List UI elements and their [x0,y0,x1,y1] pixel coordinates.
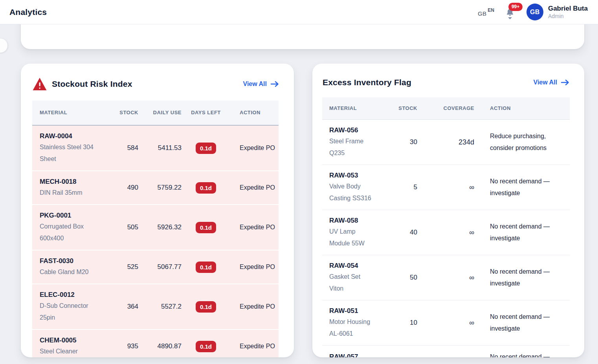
stock-value: 490 [101,171,138,205]
material-code: PKG-0001 [40,210,101,221]
material-code: MECH-0018 [40,177,101,187]
material-code: CHEM-0005 [40,335,101,346]
days-left-badge: 0.1d [196,222,216,233]
material-cell: RAW-054 Gasket Set Viton [322,255,374,300]
stockout-table: MATERIAL STOCK DAILY USE DAYS LEFT ACTIO… [32,101,279,357]
user-role: Admin [548,13,588,20]
stock-value: 10 [374,300,417,346]
view-all-label: View All [534,79,557,86]
material-code: RAW-056 [329,125,374,135]
material-description: Motor Housing AL-6061 [329,316,374,340]
stockout-view-all-link[interactable]: View All [243,80,279,88]
action-text: Expedite PO [225,125,279,171]
coverage-value: ∞ [417,300,474,346]
material-description: DIN Rail 35mm [40,187,101,199]
stock-value: 50 [374,255,417,300]
column-header-action: ACTION [225,101,279,125]
column-header-stock: STOCK [101,101,138,125]
language-code-label: EN [488,7,494,13]
days-left-badge: 0.1d [196,262,216,273]
days-left-cell: 0.1d [182,205,225,250]
material-code: RAW-054 [329,261,374,271]
coverage-value: ∞ [417,255,474,300]
days-left-badge: 0.1d [196,341,216,352]
material-description: Corrugated Box 600x400 [40,221,101,244]
material-cell: RAW-056 Steel Frame Q235 [322,120,374,165]
days-left-badge: 0.1d [196,301,216,313]
material-cell: MECH-0018 DIN Rail 35mm [32,171,101,205]
action-text: Expedite PO [225,284,279,329]
material-description: UV Lamp Module 55W [329,226,374,249]
stockout-table-head: MATERIAL STOCK DAILY USE DAYS LEFT ACTIO… [32,101,279,125]
table-row: RAW-054 Gasket Set Viton 50 ∞ No recent … [322,255,570,300]
top-bar: Analytics GB EN 99+ GB Gabriel Buta Admi… [0,0,598,24]
material-cell: FAST-0030 Cable Gland M20 [32,250,101,284]
material-description: Steel Cleaner [40,346,101,357]
action-text: No recent demand — investigate [474,255,570,300]
table-row: RAW-058 UV Lamp Module 55W 40 ∞ No recen… [322,210,570,255]
stock-value: 525 [101,250,138,284]
material-description: Valve Body Casting SS316 [329,181,374,204]
column-header-action: ACTION [474,97,570,120]
page-title: Analytics [9,7,47,17]
column-header-stock: STOCK [374,97,417,120]
material-description: Cable Gland M20 [40,266,101,278]
action-text: No recent demand — investigate [474,210,570,255]
days-left-cell: 0.1d [182,284,225,329]
material-cell: RAW-051 Motor Housing AL-6061 [322,300,374,346]
stock-value: 5 [374,165,417,210]
material-cell: RAW-058 UV Lamp Module 55W [322,210,374,255]
daily-use-value: 5527.2 [138,284,182,329]
arrow-right-icon [561,79,569,86]
days-left-badge: 0.1d [196,143,216,154]
stock-value: 40 [374,210,417,255]
stockout-risk-card: Stockout Risk Index View All MATERIAL ST… [21,64,294,357]
excess-inventory-card: Excess Inventory Flag View All MATERIAL … [312,64,584,357]
user-name: Gabriel Buta [548,4,588,13]
excess-card-title: Excess Inventory Flag [323,78,534,87]
material-cell: RAW-0004 Stainless Steel 304 Sheet [32,125,101,171]
excess-view-all-link[interactable]: View All [534,79,569,86]
excess-table-head: MATERIAL STOCK COVERAGE ACTION [322,97,570,120]
column-header-days-left: DAYS LEFT [182,101,225,125]
stock-value: 505 [101,205,138,250]
excess-table-body: RAW-056 Steel Frame Q235 30 234d Reduce … [322,120,570,358]
table-row: ELEC-0012 D-Sub Connector 25pin 364 5527… [32,284,279,329]
avatar: GB [526,4,543,20]
warning-triangle-icon [33,78,47,90]
table-row: FAST-0030 Cable Gland M20 525 5067.77 0.… [32,250,279,284]
material-description: Stainless Steel 304 Sheet [40,141,101,165]
daily-use-value: 4890.87 [138,329,182,357]
table-row: RAW-057 Carbon Filter 5 ∞ No recent dema… [322,346,570,358]
material-code: RAW-053 [329,170,374,181]
days-left-cell: 0.1d [182,329,225,357]
days-left-cell: 0.1d [182,171,225,205]
view-all-label: View All [243,80,267,88]
material-cell: ELEC-0012 D-Sub Connector 25pin [32,284,101,329]
column-header-material: MATERIAL [322,97,374,120]
language-country-label: GB [478,10,486,17]
excess-table: MATERIAL STOCK COVERAGE ACTION RAW-056 S… [322,97,570,357]
stock-value: 935 [101,329,138,357]
sidebar-toggle-button[interactable] [0,38,7,53]
action-text: Expedite PO [225,205,279,250]
daily-use-value: 5411.53 [138,125,182,171]
daily-use-value: 5926.32 [138,205,182,250]
language-selector[interactable]: GB EN [478,7,494,17]
stock-value: 5 [374,346,417,358]
stock-value: 584 [101,125,138,171]
material-code: RAW-0004 [40,131,101,141]
notifications-button[interactable]: 99+ [504,5,516,19]
column-header-daily-use: DAILY USE [138,101,182,125]
user-menu[interactable]: GB Gabriel Buta Admin [526,4,588,20]
column-header-coverage: COVERAGE [417,97,474,120]
arrow-right-icon [270,80,279,88]
table-row: RAW-056 Steel Frame Q235 30 234d Reduce … [322,120,570,165]
excess-card-header: Excess Inventory Flag View All [312,64,584,87]
stockout-table-body: RAW-0004 Stainless Steel 304 Sheet 584 5… [32,125,279,357]
action-text: Expedite PO [225,171,279,205]
stock-value: 364 [101,284,138,329]
coverage-value: 234d [417,120,474,165]
table-row: RAW-051 Motor Housing AL-6061 10 ∞ No re… [322,300,570,346]
material-code: RAW-051 [329,306,374,316]
